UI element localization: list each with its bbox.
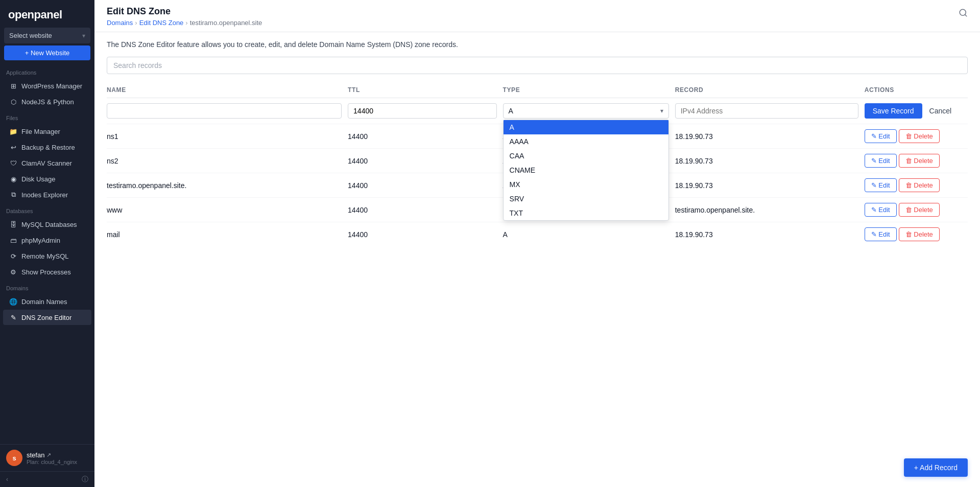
delete-button[interactable]: 🗑 Delete	[899, 227, 940, 241]
sidebar-item-label-dnszone: DNS Zone Editor	[21, 314, 71, 321]
actions-row: ✎ Edit🗑 Delete	[865, 227, 962, 241]
type-option-caa[interactable]: CAA	[504, 149, 668, 163]
sidebar-item-mysql[interactable]: 🗄MySQL Databases	[3, 217, 91, 232]
phpmyadmin-icon: 🗃	[9, 236, 17, 244]
delete-button[interactable]: 🗑 Delete	[899, 178, 940, 192]
new-record-cell	[675, 98, 865, 124]
delete-button[interactable]: 🗑 Delete	[899, 154, 940, 168]
new-name-cell	[107, 98, 348, 124]
sidebar-item-backup[interactable]: ↩Backup & Restore	[3, 140, 91, 155]
delete-button[interactable]: 🗑 Delete	[899, 129, 940, 143]
cell-name: ns1	[107, 124, 348, 149]
col-header-ttl: TTL	[348, 82, 503, 98]
cell-record: testiramo.openpanel.site.	[675, 198, 865, 222]
edit-button[interactable]: ✎ Edit	[865, 154, 897, 168]
type-option-mx[interactable]: MX	[504, 177, 668, 192]
globe-icon: 🌐	[9, 297, 17, 306]
topbar: Edit DNS Zone Domains › Edit DNS Zone › …	[94, 0, 980, 32]
edit-button[interactable]: ✎ Edit	[865, 227, 897, 241]
breadcrumb-domains[interactable]: Domains	[107, 19, 133, 27]
sidebar-item-label-remotemysql: Remote MySQL	[21, 252, 68, 260]
new-name-input[interactable]	[107, 103, 342, 119]
help-icon[interactable]: ⓘ	[82, 475, 88, 484]
col-header-actions: ACTIONS	[865, 82, 968, 98]
sidebar-item-remotemysql[interactable]: ⟳Remote MySQL	[3, 248, 91, 264]
username[interactable]: stefan↗	[27, 451, 88, 459]
cell-ttl: 14400	[348, 198, 503, 222]
cell-name: www	[107, 198, 348, 222]
sidebar-item-label-phpmyadmin: phpMyAdmin	[21, 237, 60, 244]
new-website-button[interactable]: + New Website	[4, 45, 90, 60]
cancel-button[interactable]: Cancel	[924, 103, 957, 119]
new-actions-cell: Save Record Cancel	[865, 98, 968, 124]
actions-row: ✎ Edit🗑 Delete	[865, 203, 962, 217]
sidebar-item-clamav[interactable]: 🛡ClamAV Scanner	[3, 155, 91, 171]
sidebar-sections: Applications⊞WordPress Manager⬡NodeJS & …	[0, 64, 94, 326]
select-website-dropdown[interactable]: Select website ▾	[4, 28, 90, 43]
actions-row: ✎ Edit🗑 Delete	[865, 154, 962, 168]
cell-actions: ✎ Edit🗑 Delete	[865, 198, 968, 222]
breadcrumb-sep-1: ›	[135, 19, 137, 27]
dns-icon: ✎	[9, 313, 17, 321]
new-record-row: A ▾ AAAAACAACNAMEMXSRVTXT	[107, 98, 968, 124]
type-select[interactable]: A ▾	[503, 103, 669, 119]
breadcrumb-edit-dns[interactable]: Edit DNS Zone	[139, 19, 184, 27]
sidebar-item-label-domainnames: Domain Names	[21, 298, 67, 306]
search-icon[interactable]	[959, 8, 968, 20]
type-option-txt[interactable]: TXT	[504, 206, 668, 220]
sidebar-footer: s stefan↗ Plan: cloud_4_nginx	[0, 444, 94, 471]
sidebar-item-domainnames[interactable]: 🌐Domain Names	[3, 294, 91, 309]
sidebar-item-filemanager[interactable]: 📁File Manager	[3, 124, 91, 139]
search-input[interactable]	[107, 57, 968, 74]
inode-icon: ⧉	[9, 191, 17, 199]
type-option-a[interactable]: A	[504, 120, 668, 134]
type-dropdown: AAAAACAACNAMEMXSRVTXT	[503, 120, 669, 221]
cell-name: testiramo.openpanel.site.	[107, 173, 348, 198]
edit-button[interactable]: ✎ Edit	[865, 203, 897, 217]
delete-button[interactable]: 🗑 Delete	[899, 203, 940, 217]
nodejs-icon: ⬡	[9, 98, 17, 106]
sidebar-item-phpmyadmin[interactable]: 🗃phpMyAdmin	[3, 233, 91, 248]
sidebar-item-nodejs[interactable]: ⬡NodeJS & Python	[3, 94, 91, 109]
sidebar-item-label-wordpress: WordPress Manager	[21, 82, 82, 90]
breadcrumb: Domains › Edit DNS Zone › testiramo.open…	[107, 19, 968, 27]
search-box-wrap	[107, 57, 968, 74]
process-icon: ⚙	[9, 268, 17, 276]
new-ttl-input[interactable]	[348, 103, 496, 119]
cell-ttl: 14400	[348, 173, 503, 198]
cell-type: A	[503, 222, 675, 247]
sidebar-item-label-showprocesses: Show Processes	[21, 268, 71, 276]
scan-icon: 🛡	[9, 159, 17, 167]
sidebar-bottom-bar: ‹ ⓘ	[0, 471, 94, 487]
cell-record: 18.19.90.73	[675, 149, 865, 173]
cell-ttl: 14400	[348, 222, 503, 247]
new-record-input[interactable]	[675, 103, 858, 119]
user-info: stefan↗ Plan: cloud_4_nginx	[27, 451, 88, 465]
sidebar-item-diskusage[interactable]: ◉Disk Usage	[3, 171, 91, 187]
sidebar-collapse-button[interactable]: ‹	[6, 476, 8, 483]
sidebar-item-showprocesses[interactable]: ⚙Show Processes	[3, 264, 91, 280]
edit-button[interactable]: ✎ Edit	[865, 129, 897, 143]
type-option-srv[interactable]: SRV	[504, 192, 668, 206]
select-website-label: Select website	[9, 32, 52, 39]
cell-name: ns2	[107, 149, 348, 173]
add-record-button[interactable]: + Add Record	[904, 458, 968, 477]
cell-actions: ✎ Edit🗑 Delete	[865, 173, 968, 198]
breadcrumb-sep-2: ›	[185, 19, 187, 27]
save-record-button[interactable]: Save Record	[865, 103, 922, 119]
cell-record: 18.19.90.73	[675, 124, 865, 149]
actions-row: ✎ Edit🗑 Delete	[865, 178, 962, 192]
type-option-aaaa[interactable]: AAAA	[504, 134, 668, 149]
user-plan: Plan: cloud_4_nginx	[27, 459, 88, 465]
col-header-record: RECORD	[675, 82, 865, 98]
section-label-domains: Domains	[0, 280, 94, 293]
sidebar-item-dnszone[interactable]: ✎DNS Zone Editor	[3, 310, 91, 325]
cell-name: mail	[107, 222, 348, 247]
section-label-applications: Applications	[0, 64, 94, 78]
type-option-cname[interactable]: CNAME	[504, 163, 668, 177]
sidebar-item-label-inodes: Inodes Explorer	[21, 191, 68, 199]
sidebar-item-wordpress[interactable]: ⊞WordPress Manager	[3, 78, 91, 94]
sidebar-item-inodes[interactable]: ⧉Inodes Explorer	[3, 187, 91, 202]
sidebar-item-label-diskusage: Disk Usage	[21, 175, 55, 183]
edit-button[interactable]: ✎ Edit	[865, 178, 897, 192]
